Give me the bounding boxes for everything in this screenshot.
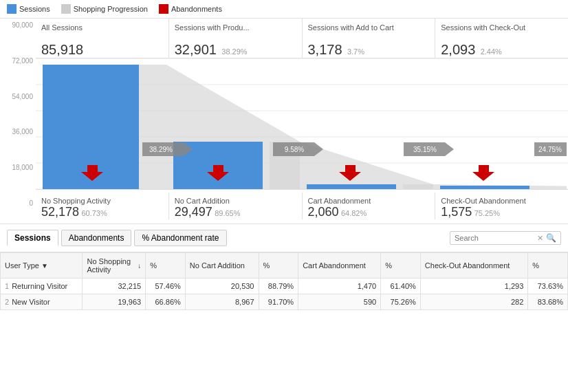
y-axis: 90,000 72,000 54,000 36,000 18,000 0 <box>0 19 36 224</box>
cell-v1-1: 19,963 <box>83 294 146 310</box>
col-3-title: Sessions with Check-Out <box>441 23 562 42</box>
legend-abandonments-label: Abandonments <box>171 5 222 13</box>
table-row: 1Returning Visitor 32,215 57.46% 20,530 … <box>1 279 568 294</box>
clear-icon[interactable]: ✕ <box>537 234 543 243</box>
abandon-3-value: 1,575 <box>441 205 472 219</box>
abandon-1-pct: 89.65% <box>215 209 240 217</box>
sort-arrow-user-type: ▼ <box>41 262 48 270</box>
abandon-0-pct: 60.73% <box>81 209 107 217</box>
legend-sessions: Sessions <box>7 4 50 14</box>
cell-p3-1: 75.26% <box>381 294 421 310</box>
col-3-value: 2,093 <box>441 42 475 57</box>
col-1-value: 32,901 <box>175 42 217 57</box>
th-cart-abandon: Cart Abandonment <box>298 253 381 279</box>
y-label-54k: 54,000 <box>3 93 33 100</box>
th-no-shopping[interactable]: No Shopping Activity ↓ <box>83 253 146 279</box>
cell-p4-0: 73.63% <box>528 279 568 294</box>
abandon-col-1: No Cart Addition 29,497 89.65% <box>169 193 303 219</box>
th-pct-1: % <box>146 253 186 279</box>
legend-abandonments: Abandonments <box>159 4 222 14</box>
abandon-3-pct: 75.25% <box>474 209 500 217</box>
abandon-col-3: Check-Out Abandonment 1,575 75.25% <box>435 193 568 219</box>
search-icon[interactable]: 🔍 <box>546 233 556 243</box>
tab-sessions[interactable]: Sessions <box>7 230 58 246</box>
cell-user-type-1: 2New Visitor <box>1 294 83 310</box>
col-2-pct: 3.7% <box>347 47 364 56</box>
svg-text:9.58%: 9.58% <box>285 146 304 153</box>
abandon-0-label: No Shopping Activity <box>41 197 163 205</box>
cell-p2-1: 91.70% <box>259 294 298 310</box>
abandon-2-pct: 64.82% <box>341 209 367 217</box>
table-row: 2New Visitor 19,963 66.86% 8,967 91.70% … <box>1 294 568 310</box>
cell-p3-0: 61.40% <box>381 279 421 294</box>
cell-p1-1: 66.86% <box>146 294 186 310</box>
th-checkout-abandon: Check-Out Abandonment <box>420 253 527 279</box>
y-label-0: 0 <box>3 199 33 207</box>
legend-progression-label: Shopping Progression <box>74 5 148 13</box>
tabs-bar: Sessions Abandonments % Abandonment rate… <box>0 224 568 252</box>
funnel-chart-svg: 38.29% 9.58% 35.15% 24.75% <box>36 58 568 189</box>
cell-user-type-0: 1Returning Visitor <box>1 279 83 294</box>
y-label-90k: 90,000 <box>3 21 33 29</box>
search-container: ✕ 🔍 <box>450 231 561 245</box>
svg-text:24.75%: 24.75% <box>538 146 562 153</box>
progression-color <box>61 4 71 14</box>
abandon-1-label: No Cart Addition <box>175 197 296 205</box>
tab-abandonments[interactable]: Abandonments <box>61 230 132 246</box>
y-label-18k: 18,000 <box>3 164 33 171</box>
chart-legend: Sessions Shopping Progression Abandonmen… <box>0 0 568 19</box>
th-pct-2: % <box>259 253 298 279</box>
bar-col3 <box>307 184 396 189</box>
y-label-72k: 72,000 <box>3 57 33 65</box>
sort-arrow-shopping: ↓ <box>138 262 141 270</box>
cell-v3-1: 590 <box>298 294 381 310</box>
abandon-col-0: No Shopping Activity 52,178 60.73% <box>36 193 169 219</box>
abandonments-color <box>159 4 168 14</box>
abandon-1-value: 29,497 <box>175 205 212 219</box>
funnel-col-2-header: Sessions with Add to Cart 3,178 3.7% <box>303 19 436 58</box>
col-2-value: 3,178 <box>308 42 342 57</box>
funnel-col-0-header: All Sessions 85,918 <box>36 19 169 58</box>
col-3-pct: 2.44% <box>481 47 502 56</box>
col-0-value: 85,918 <box>41 42 83 57</box>
th-no-cart: No Cart Addition <box>185 253 259 279</box>
cell-v2-1: 8,967 <box>185 294 259 310</box>
abandon-0-value: 52,178 <box>41 205 79 219</box>
tab-abandonment-rate[interactable]: % Abandonment rate <box>134 230 226 246</box>
th-pct-3: % <box>381 253 421 279</box>
col-1-pct: 38.29% <box>221 47 247 56</box>
abandon-2-value: 2,060 <box>308 205 339 219</box>
cell-v3-0: 1,470 <box>298 279 381 294</box>
funnel-col-3-header: Sessions with Check-Out 2,093 2.44% <box>435 19 568 58</box>
data-table: User Type ▼ No Shopping Activity ↓ % No … <box>0 252 568 310</box>
abandon-2-label: Cart Abandonment <box>308 197 430 205</box>
bar-col4 <box>440 186 529 189</box>
cell-v4-0: 1,293 <box>420 279 527 294</box>
y-label-36k: 36,000 <box>3 128 33 135</box>
cell-v4-1: 282 <box>420 294 527 310</box>
col-2-title: Sessions with Add to Cart <box>308 23 430 42</box>
legend-shopping-progression: Shopping Progression <box>61 4 148 14</box>
search-input[interactable] <box>455 234 537 242</box>
abandon-3-label: Check-Out Abandonment <box>441 197 562 205</box>
cell-p4-1: 83.68% <box>528 294 568 310</box>
col-1-title: Sessions with Produ... <box>175 23 296 42</box>
cell-v2-0: 20,530 <box>185 279 259 294</box>
cell-p2-0: 88.79% <box>259 279 298 294</box>
th-pct-4: % <box>528 253 568 279</box>
th-user-type[interactable]: User Type ▼ <box>1 253 83 279</box>
svg-marker-20 <box>472 165 494 181</box>
sessions-color <box>7 4 17 14</box>
abandon-col-2: Cart Abandonment 2,060 64.82% <box>303 193 436 219</box>
svg-text:35.15%: 35.15% <box>413 146 437 153</box>
cell-v1-0: 32,215 <box>83 279 146 294</box>
cell-p1-0: 57.46% <box>146 279 186 294</box>
funnel-col-1-header: Sessions with Produ... 32,901 38.29% <box>169 19 303 58</box>
legend-sessions-label: Sessions <box>19 5 50 13</box>
svg-text:38.29%: 38.29% <box>149 146 173 153</box>
col-0-title: All Sessions <box>41 23 163 42</box>
